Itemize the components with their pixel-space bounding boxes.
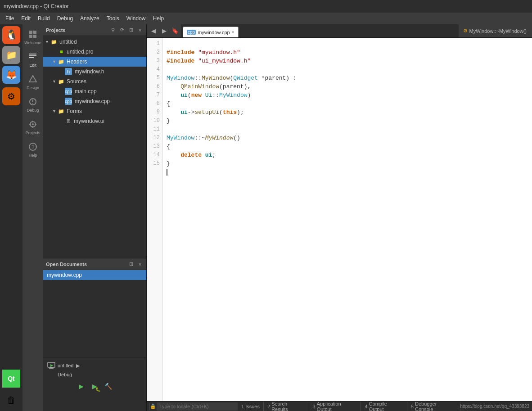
close-panel-btn[interactable]: × <box>136 27 144 34</box>
open-documents-panel: Open Documents ⊞ × mywindow.cpp <box>43 258 146 357</box>
line-num-15: 15 <box>147 159 160 168</box>
debug-session-label: untitled <box>58 363 73 368</box>
menu-edit[interactable]: Edit <box>18 14 34 23</box>
code-editor[interactable]: 1 2 3 4 5 6 7 8 9 10 11 12 13 14 15 #inc… <box>147 38 532 401</box>
statusbar-search-results[interactable]: 2 Search Results <box>264 402 309 411</box>
sidebar-help[interactable]: ? Help <box>24 139 42 160</box>
app-icon-ubuntu[interactable]: 🐧 <box>2 26 20 44</box>
statusbar-compile-output[interactable]: 4 Compile Output <box>361 402 407 411</box>
breadcrumb-text: MyWindow::~MyWindow() <box>469 28 527 34</box>
statusbar-lock[interactable]: 🔒 <box>149 403 157 410</box>
statusbar-app-output[interactable]: 3 Application Output <box>309 402 361 411</box>
open-docs-close-btn[interactable]: × <box>136 261 144 268</box>
tree-label-untitled: untitled <box>59 39 77 45</box>
debug-mode-label: Debug <box>47 372 143 377</box>
line-num-11: 11 <box>147 125 160 134</box>
code-content[interactable]: #include "mywindow.h" #include "ui_mywin… <box>163 38 532 401</box>
menu-file[interactable]: File <box>2 14 18 23</box>
help-icon: ? <box>28 142 38 152</box>
debug-controls: ▶ ▶ 🐛 🔨 <box>76 381 114 392</box>
menu-analyze[interactable]: Analyze <box>77 14 103 23</box>
tab-label: mywindow.cpp <box>198 30 230 35</box>
open-docs-header: Open Documents ⊞ × <box>43 258 146 270</box>
file-icon-pro: ■ <box>58 48 65 55</box>
statusbar-debugger-console[interactable]: 5 Debugger Console <box>407 402 460 411</box>
run-btn[interactable]: ▶ <box>76 381 87 392</box>
line-num-10: 10 <box>147 117 160 125</box>
app-icon-files[interactable]: 📁 <box>2 46 20 64</box>
nav-forward-btn[interactable]: ▶ <box>159 26 169 36</box>
line-num-14: 14 <box>147 151 160 159</box>
nav-back-btn[interactable]: ◀ <box>149 26 158 36</box>
arrow-headers: ▼ <box>52 59 58 64</box>
file-icon-mywindow-ui: 🖹 <box>65 117 72 125</box>
tree-item-forms[interactable]: ▼ 📁 Forms <box>43 106 146 116</box>
statusbar-issues[interactable]: 1 Issues <box>238 402 264 411</box>
svg-point-12 <box>32 123 34 125</box>
line-num-13: 13 <box>147 142 160 151</box>
sidebar-welcome[interactable]: Welcome <box>24 26 42 48</box>
app-icon-trash[interactable]: 🗑 <box>2 391 20 409</box>
line-num-6: 6 <box>147 82 160 91</box>
svg-marker-7 <box>29 76 36 82</box>
open-docs-split-btn[interactable]: ⊞ <box>127 261 135 268</box>
line-num-1: 1 <box>147 40 160 48</box>
debug-label: Debug <box>27 108 39 113</box>
menu-help[interactable]: Help <box>149 14 168 23</box>
tree-item-untitled[interactable]: ▼ 📁 untitled <box>43 37 146 47</box>
folder-icon-untitled: 📁 <box>50 38 58 45</box>
app-icon-qt[interactable]: Qt <box>2 370 20 388</box>
main-layout: 🐧 📁 🦊 ⚙ Qt 🗑 Welcome Edit <box>0 24 532 411</box>
tab-close-btn[interactable]: × <box>232 30 234 35</box>
menu-window[interactable]: Window <box>123 14 149 23</box>
locate-input[interactable] <box>157 402 238 411</box>
tree-item-mywindow-h[interactable]: ▶ h mywindow.h <box>43 67 146 77</box>
sidebar-projects[interactable]: Projects <box>24 116 42 138</box>
file-icon-h: h <box>65 68 72 75</box>
folder-icon-forms: 📁 <box>58 108 65 115</box>
tree-item-mywindow-cpp[interactable]: ▶ cpp mywindow.cpp <box>43 96 146 106</box>
tree-label-forms: Forms <box>67 108 82 114</box>
sidebar-edit[interactable]: Edit <box>24 49 42 70</box>
projects-label: Projects <box>26 131 41 135</box>
menubar: File Edit Build Debug Analyze Tools Wind… <box>0 13 532 24</box>
editor-tabs: cpp mywindow.cpp × <box>181 24 459 37</box>
tree-item-untitled-pro[interactable]: ▶ ■ untitled.pro <box>43 47 146 57</box>
welcome-icon <box>28 29 38 39</box>
breadcrumb-icon: ⚙ <box>463 28 468 34</box>
sidebar-design[interactable]: Design <box>24 71 42 93</box>
build-btn[interactable]: 🔨 <box>103 381 114 392</box>
tree-item-headers[interactable]: ▼ 📁 Headers <box>43 57 146 67</box>
app-icon-browser[interactable]: 🦊 <box>2 66 20 84</box>
bookmark-btn[interactable]: 🔖 <box>170 26 180 36</box>
tab-mywindow-cpp[interactable]: cpp mywindow.cpp × <box>183 27 239 37</box>
open-doc-mywindow-cpp[interactable]: mywindow.cpp <box>43 270 146 280</box>
mode-sidebar: Welcome Edit Design Debug Projects <box>23 24 43 411</box>
file-icon-mywindow-cpp: cpp <box>65 98 72 105</box>
tree-item-main-cpp[interactable]: ▶ cpp main.cpp <box>43 86 146 96</box>
compile-output-num: 4 <box>365 404 367 409</box>
svg-rect-5 <box>29 55 36 56</box>
line-num-5: 5 <box>147 74 160 82</box>
project-header-label: Projects <box>46 27 108 33</box>
app-output-num: 3 <box>313 404 316 409</box>
line-num-2: 2 <box>147 48 160 57</box>
app-icon-settings[interactable]: ⚙ <box>2 87 20 105</box>
line-num-8: 8 <box>147 99 160 108</box>
sync-btn[interactable]: ⟳ <box>118 27 126 34</box>
tree-label-mywindow-cpp: mywindow.cpp <box>75 98 110 104</box>
issues-num: 1 <box>241 404 244 409</box>
menu-tools[interactable]: Tools <box>103 14 123 23</box>
svg-point-10 <box>32 103 33 104</box>
welcome-label: Welcome <box>24 41 41 45</box>
menu-debug[interactable]: Debug <box>54 14 77 23</box>
debugger-console-num: 5 <box>411 404 414 409</box>
filter-btn[interactable]: ⚲ <box>109 27 117 34</box>
tree-item-mywindow-ui[interactable]: ▶ 🖹 mywindow.ui <box>43 116 146 126</box>
app-output-label: Application Output <box>317 401 357 411</box>
menu-build[interactable]: Build <box>34 14 54 23</box>
sidebar-debug[interactable]: Debug <box>24 94 42 115</box>
run-with-debug-btn[interactable]: ▶ 🐛 <box>90 381 100 392</box>
tree-item-sources[interactable]: ▼ 📁 Sources <box>43 77 146 86</box>
split-btn[interactable]: ⊞ <box>127 27 135 34</box>
